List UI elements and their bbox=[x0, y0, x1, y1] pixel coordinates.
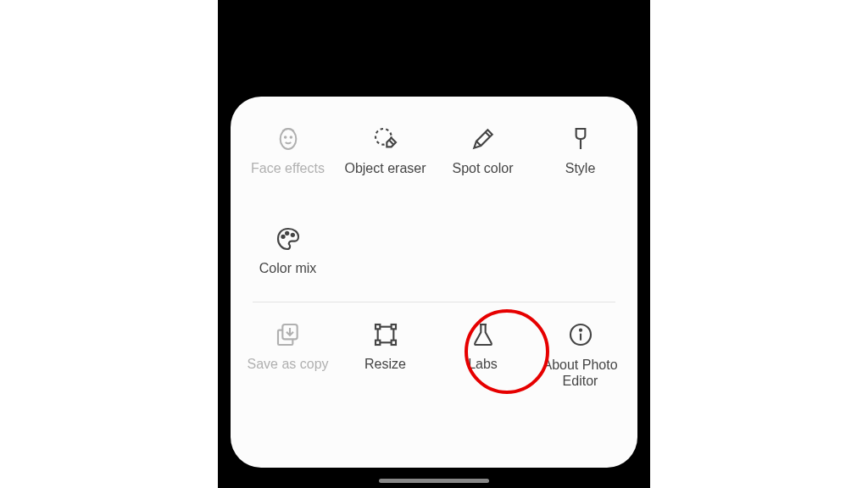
style-button[interactable]: Style bbox=[531, 125, 629, 176]
menu-row-2: Color mix bbox=[231, 220, 637, 281]
save-as-copy-label: Save as copy bbox=[247, 357, 328, 372]
face-effects-button: Face effects bbox=[239, 125, 337, 176]
menu-row-1: Face effects Object eraser Spot color bbox=[231, 120, 637, 181]
save-as-copy-icon bbox=[275, 321, 302, 348]
object-eraser-icon bbox=[372, 125, 399, 152]
style-icon bbox=[567, 125, 594, 152]
spot-color-label: Spot color bbox=[452, 161, 513, 176]
svg-rect-12 bbox=[376, 341, 380, 345]
color-mix-label: Color mix bbox=[259, 261, 317, 276]
svg-rect-11 bbox=[391, 324, 395, 329]
svg-point-7 bbox=[291, 234, 293, 236]
svg-point-1 bbox=[284, 136, 286, 138]
object-eraser-button[interactable]: Object eraser bbox=[337, 125, 434, 176]
labs-label: Labs bbox=[468, 357, 498, 372]
resize-button[interactable]: Resize bbox=[337, 321, 434, 389]
svg-point-6 bbox=[286, 232, 288, 235]
face-effects-icon bbox=[275, 125, 302, 152]
svg-point-15 bbox=[579, 330, 581, 331]
home-indicator[interactable] bbox=[379, 479, 489, 483]
phone-frame: Face effects Object eraser Spot color bbox=[218, 0, 650, 488]
menu-bottom-row: Save as copy Resize Labs bbox=[231, 302, 637, 389]
about-label: About Photo Editor bbox=[538, 357, 623, 389]
svg-point-0 bbox=[280, 129, 296, 149]
labs-icon bbox=[470, 321, 497, 348]
editor-menu-panel: Face effects Object eraser Spot color bbox=[231, 97, 637, 468]
resize-label: Resize bbox=[364, 357, 406, 372]
svg-rect-13 bbox=[391, 341, 395, 345]
svg-point-2 bbox=[290, 136, 292, 138]
spot-color-icon bbox=[470, 125, 497, 152]
about-button[interactable]: About Photo Editor bbox=[531, 321, 629, 389]
svg-point-5 bbox=[281, 236, 284, 238]
face-effects-label: Face effects bbox=[251, 161, 325, 176]
resize-icon bbox=[372, 321, 399, 348]
svg-rect-10 bbox=[376, 324, 380, 329]
save-as-copy-button: Save as copy bbox=[239, 321, 337, 389]
info-icon bbox=[567, 321, 594, 348]
row-spacer bbox=[231, 181, 637, 220]
labs-button[interactable]: Labs bbox=[434, 321, 531, 389]
object-eraser-label: Object eraser bbox=[344, 161, 426, 176]
color-mix-button[interactable]: Color mix bbox=[239, 225, 337, 276]
color-mix-icon bbox=[275, 225, 302, 252]
spot-color-button[interactable]: Spot color bbox=[434, 125, 531, 176]
style-label: Style bbox=[565, 161, 596, 176]
